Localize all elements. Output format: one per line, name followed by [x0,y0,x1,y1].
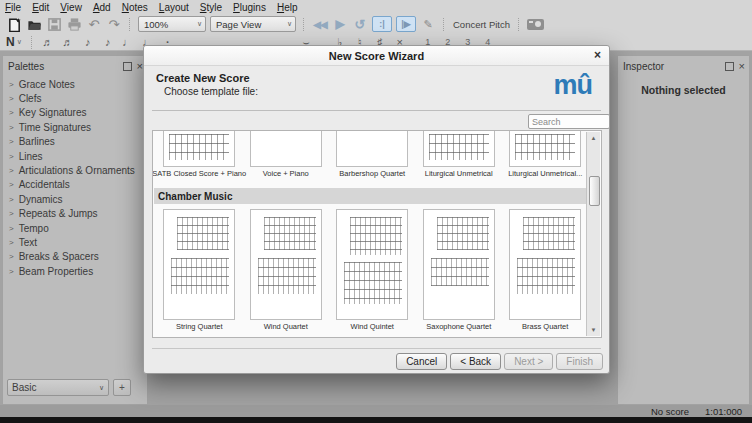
duration-32nd-icon[interactable]: ♬ [59,34,77,50]
image-capture-icon[interactable] [526,16,544,32]
rewind-icon[interactable]: ◀◀ [311,16,329,32]
menu-edit[interactable]: Edit [32,2,49,13]
musescore-logo: mû [554,70,593,101]
note-input-button[interactable]: N [6,35,15,49]
palette-preset-select[interactable]: Basic ∨ [7,379,109,396]
inspector-panel: Inspector × Nothing selected [617,55,750,405]
next-button[interactable]: Next > [504,353,553,370]
menu-file[interactable]: File [5,2,21,13]
finish-button[interactable]: Finish [556,353,603,370]
menu-plugins[interactable]: Plugins [233,2,266,13]
expander-icon: > [9,209,14,218]
template-thumbnail-liturgical-unmetrical[interactable] [423,131,495,167]
palette-item-text[interactable]: >Text [3,235,147,249]
close-panel-icon[interactable]: × [739,61,745,71]
add-palette-button[interactable]: + [113,379,131,396]
menu-view[interactable]: View [60,2,82,13]
window-edge [0,417,752,423]
palette-item-tempo[interactable]: >Tempo [3,221,147,235]
menu-help[interactable]: Help [277,2,298,13]
dialog-divider [152,110,601,111]
menu-notes[interactable]: Notes [122,2,148,13]
palette-preset-value: Basic [12,382,36,393]
palette-item-lines[interactable]: >Lines [3,149,147,163]
template-label: Brass Quartet [522,322,568,331]
template-search-input[interactable] [528,114,610,129]
duration-quarter-icon[interactable]: ♩ [119,34,137,50]
undo-icon[interactable]: ↶ [85,16,103,32]
palette-item-dynamics[interactable]: >Dynamics [3,192,147,206]
palette-item-label: Dynamics [19,194,63,205]
expander-icon: > [9,224,14,233]
expander-icon: > [9,195,14,204]
template-label: String Quartet [176,322,223,331]
palette-item-clefs[interactable]: >Clefs [3,91,147,105]
palettes-header: Palettes × [3,56,147,74]
chevron-down-icon: ∨ [17,38,22,46]
loop-playback-icon[interactable]: ↺ [351,16,369,32]
play-repeats-toggle[interactable]: :| [372,16,392,32]
palette-item-label: Barlines [19,136,55,147]
new-score-icon[interactable] [5,16,23,32]
template-scrollbar[interactable]: ▲ ▼ [586,132,600,336]
template-thumbnail-saxophone-quartet[interactable] [423,209,495,320]
palette-item-articulations[interactable]: >Articulations & Ornaments [3,163,147,177]
template-label: Wind Quartet [264,322,308,331]
view-mode-select[interactable]: Page View ∨ [210,16,296,32]
inspector-empty-message: Nothing selected [618,84,749,96]
dialog-subheading: Choose template file: [164,86,258,97]
template-thumbnail-brass-quartet[interactable] [509,209,581,320]
palette-item-label: Key Signatures [19,107,87,118]
scroll-up-icon[interactable]: ▲ [587,132,600,144]
palette-item-time-signatures[interactable]: >Time Signatures [3,120,147,134]
template-label: Saxophone Quartet [426,322,491,331]
duration-16th-icon[interactable]: ♪ [79,34,97,50]
concert-pitch-button[interactable]: Concert Pitch [453,19,510,30]
palette-item-beam-properties[interactable]: >Beam Properties [3,264,147,278]
pan-score-toggle[interactable]: |▶ [396,16,416,32]
palette-item-barlines[interactable]: >Barlines [3,135,147,149]
expander-icon: > [9,166,14,175]
float-panel-icon[interactable] [123,62,132,71]
palette-item-accidentals[interactable]: >Accidentals [3,178,147,192]
dialog-close-icon[interactable]: × [594,48,601,62]
template-thumbnail-satb-closed-score-piano[interactable] [163,131,235,167]
palette-item-key-signatures[interactable]: >Key Signatures [3,106,147,120]
scroll-down-icon[interactable]: ▼ [587,324,600,336]
open-file-icon[interactable] [25,16,43,32]
palette-item-label: Beam Properties [19,266,93,277]
duration-64th-icon[interactable]: ♬ [39,34,57,50]
chevron-down-icon: ∨ [192,20,202,28]
cancel-button[interactable]: Cancel [396,353,447,370]
template-thumbnail-string-quartet[interactable] [163,209,235,320]
menu-layout[interactable]: Layout [159,2,189,13]
dialog-titlebar[interactable]: New Score Wizard × [144,46,609,66]
menu-style[interactable]: Style [200,2,222,13]
scrollbar-thumb[interactable] [589,176,600,206]
template-label: Wind Quintet [351,322,394,331]
musescore-window: File Edit View Add Notes Layout Style Pl… [0,0,752,423]
template-thumbnail-wind-quintet[interactable] [336,209,408,320]
expander-icon: > [9,137,14,146]
template-thumbnail-voice-piano[interactable] [250,131,322,167]
palette-item-breaks-spacers[interactable]: >Breaks & Spacers [3,250,147,264]
edit-mode-icon[interactable]: ✎ [419,16,437,32]
back-button[interactable]: < Back [450,353,501,370]
menu-add[interactable]: Add [93,2,111,13]
duration-8th-icon[interactable]: ♪ [99,34,117,50]
print-icon[interactable] [65,16,83,32]
palette-item-grace-notes[interactable]: >Grace Notes [3,77,147,91]
template-label: Voice + Piano [263,169,309,178]
palette-item-repeats-jumps[interactable]: >Repeats & Jumps [3,207,147,221]
play-icon[interactable]: ▶ [331,16,349,32]
toolbar-separator [129,18,131,31]
zoom-select[interactable]: 100% ∨ [138,16,206,32]
palettes-panel: Palettes × >Grace Notes >Clefs >Key Sign… [2,55,148,405]
template-thumbnail-wind-quartet[interactable] [250,209,322,320]
expander-icon: > [9,267,14,276]
redo-icon[interactable]: ↷ [105,16,123,32]
template-thumbnail-liturgical-unmetrical-2[interactable] [509,131,581,167]
float-panel-icon[interactable] [725,62,734,71]
template-thumbnail-barbershop-quartet[interactable] [336,131,408,167]
save-icon[interactable] [45,16,63,32]
